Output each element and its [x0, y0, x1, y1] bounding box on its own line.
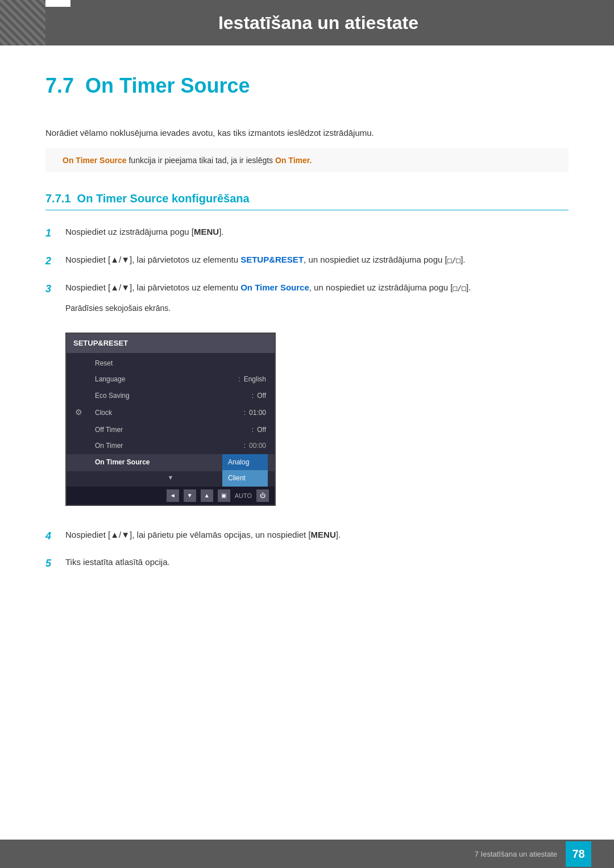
menu-row-reset: Reset	[67, 355, 275, 371]
ctrl-auto-label: AUTO	[235, 491, 252, 501]
header-tab	[45, 0, 70, 7]
menu-items: Reset Language : English Eco Saving :	[67, 353, 275, 487]
monitor-controls: ◄ ▼ ▲ ▣ AUTO ⏻	[67, 487, 275, 505]
subsection-title: On Timer Source konfigurēšana	[77, 192, 250, 205]
ctrl-power-button[interactable]: ⏻	[256, 489, 269, 502]
step-5: 5 Tiks iestatīta atlasītā opcija.	[45, 555, 569, 572]
note-text: funkcija ir pieejama tikai tad, ja ir ie…	[127, 156, 275, 165]
step-1-bold: MENU	[194, 227, 219, 236]
menu-item-label: Reset	[84, 358, 266, 369]
step-3: 3 Nospiediet [▲/▼], lai pārvietotos uz e…	[45, 280, 569, 517]
step-2-text: Nospiediet [▲/▼], lai pārvietotos uz ele…	[65, 252, 569, 267]
ctrl-select-button[interactable]: ▣	[218, 489, 230, 502]
page-footer: 7 Iestatīšana un atiestate 78	[0, 840, 614, 868]
colon-4: :	[252, 424, 254, 435]
page-header: Iestatīšana un atiestate	[0, 0, 614, 45]
section-description: Norādiet vēlamo noklusējuma ievades avot…	[45, 126, 569, 140]
section-heading: 7.7 On Timer Source	[45, 74, 569, 109]
step-2-bold: SETUP&RESET	[240, 255, 304, 264]
footer-page-number: 78	[566, 841, 591, 867]
main-content: 7.7 On Timer Source Norādiet vēlamo nokl…	[0, 45, 614, 628]
step-2: 2 Nospiediet [▲/▼], lai pārvietotos uz e…	[45, 252, 569, 270]
step-1: 1 Nospiediet uz izstrādājuma pogu [MENU]…	[45, 225, 569, 242]
menu-item-language: Language	[84, 373, 235, 385]
menu-indicator-gear: ⚙	[75, 406, 84, 420]
monitor-screen: SETUP&RESET Reset Language : English	[65, 333, 276, 506]
step-3-text: Nospiediet [▲/▼], lai pārvietotos uz ele…	[65, 280, 471, 295]
note-box: On Timer Source funkcija ir pieejama tik…	[45, 148, 569, 172]
menu-row-eco: Eco Saving : Off	[67, 388, 275, 404]
menu-row-clock: ⚙ Clock : 01:00	[67, 404, 275, 422]
subsection-heading: 7.7.1 On Timer Source konfigurēšana	[45, 192, 569, 210]
header-title: Iestatīšana un atiestate	[23, 13, 614, 34]
menu-item-clock: Clock	[84, 407, 240, 418]
ctrl-left-button[interactable]: ◄	[167, 489, 179, 502]
submenu-popup: Analog Client	[222, 454, 268, 487]
menu-value-eco: Off	[257, 390, 266, 401]
menu-item-offtimer: Off Timer	[84, 424, 248, 435]
screenshot-caption: Parādīsies sekojošais ekrāns.	[65, 302, 171, 315]
monitor-screenshot: SETUP&RESET Reset Language : English	[65, 333, 276, 506]
step-3-icon: □/□	[453, 284, 466, 292]
down-arrow-icon: ▼	[168, 472, 174, 483]
submenu-item-client: Client	[222, 470, 268, 486]
step-4-number: 4	[45, 528, 65, 545]
step-4: 4 Nospiediet [▲/▼], lai pārietu pie vēla…	[45, 528, 569, 545]
footer-chapter-text: 7 Iestatīšana un atiestate	[475, 850, 557, 858]
steps-list: 1 Nospiediet uz izstrādājuma pogu [MENU]…	[45, 225, 569, 572]
step-3-number: 3	[45, 280, 65, 298]
menu-value-offtimer: Off	[257, 424, 266, 435]
menu-row-offtimer: Off Timer : Off	[67, 422, 275, 438]
menu-value-language: English	[244, 373, 266, 385]
colon-2: :	[252, 390, 254, 401]
note-highlight-prefix: On Timer Source	[63, 156, 127, 165]
colon-5: :	[244, 440, 246, 451]
colon-3: :	[244, 407, 246, 418]
menu-title-bar: SETUP&RESET	[67, 334, 275, 353]
step-4-text: Nospiediet [▲/▼], lai pārietu pie vēlamā…	[65, 528, 569, 542]
step-2-icon: □/□	[447, 256, 460, 264]
menu-item-eco: Eco Saving	[84, 390, 248, 401]
step-5-number: 5	[45, 555, 65, 572]
subsection-number: 7.7.1	[45, 192, 70, 205]
step-3-top: 3 Nospiediet [▲/▼], lai pārvietotos uz e…	[45, 280, 471, 298]
section-title: On Timer Source	[85, 74, 250, 98]
menu-row-ontimersource: On Timer Source : Analog Client	[67, 454, 275, 471]
menu-row-ontimer: On Timer : 00:00	[67, 438, 275, 454]
note-highlight-suffix: On Timer.	[275, 156, 312, 165]
menu-value-clock: 01:00	[249, 407, 266, 418]
colon-1: :	[238, 373, 240, 385]
step-5-text: Tiks iestatīta atlasītā opcija.	[65, 555, 569, 570]
step-3-bold: On Timer Source	[240, 283, 309, 292]
ctrl-down-button[interactable]: ▼	[184, 489, 196, 502]
step-1-text: Nospiediet uz izstrādājuma pogu [MENU].	[65, 225, 569, 239]
submenu-item-analog: Analog	[222, 454, 268, 470]
step-4-bold: MENU	[311, 530, 336, 539]
ctrl-up-button[interactable]: ▲	[201, 489, 213, 502]
menu-row-language: Language : English	[67, 371, 275, 387]
step-2-number: 2	[45, 252, 65, 270]
menu-item-ontimer: On Timer	[84, 440, 240, 451]
section-number: 7.7	[45, 74, 74, 98]
menu-value-ontimer: 00:00	[249, 440, 266, 451]
step-1-number: 1	[45, 225, 65, 242]
